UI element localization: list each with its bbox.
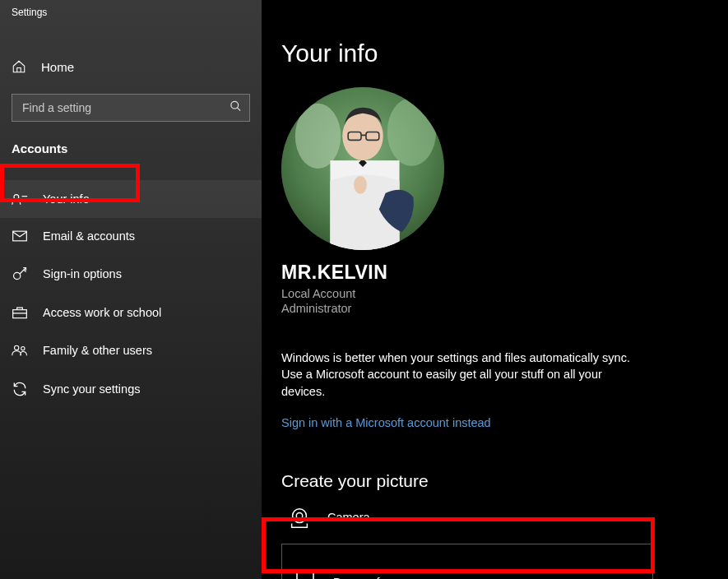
sync-description: Windows is better when your settings and… <box>281 350 647 400</box>
content-area: Your info MR.KELVIN Local Account Admini… <box>262 0 728 579</box>
camera-icon <box>286 504 313 530</box>
sync-icon <box>12 381 28 397</box>
nav-label: Email & accounts <box>43 229 135 243</box>
nav-family-other-users[interactable]: Family & other users <box>0 331 262 369</box>
camera-label: Camera <box>327 511 370 524</box>
svg-point-9 <box>21 347 25 350</box>
sidebar: Settings Home Accounts Your info Email &… <box>0 0 262 579</box>
nav-access-work-school[interactable]: Access work or school <box>0 294 262 331</box>
search-box <box>12 94 250 122</box>
camera-option[interactable]: Camera <box>281 491 728 544</box>
person-card-icon <box>12 192 28 206</box>
browse-option[interactable]: Browse for one <box>282 559 652 579</box>
account-type: Local Account <box>281 287 728 300</box>
svg-point-19 <box>293 509 307 523</box>
nav-list: Your info Email & accounts Sign-in optio… <box>0 180 262 409</box>
key-icon <box>12 266 28 282</box>
nav-sign-in-options[interactable]: Sign-in options <box>0 254 262 294</box>
nav-label: Sync your settings <box>43 382 140 396</box>
page-title: Your info <box>281 39 728 67</box>
svg-rect-5 <box>13 231 27 241</box>
account-role: Administrator <box>281 302 728 315</box>
browse-option-container: Browse for one <box>281 544 653 579</box>
home-link[interactable]: Home <box>0 49 262 84</box>
svg-point-11 <box>295 104 341 169</box>
nav-label: Your info <box>43 192 90 206</box>
nav-sync-settings[interactable]: Sync your settings <box>0 369 262 409</box>
people-icon <box>12 343 28 358</box>
svg-point-6 <box>14 272 21 279</box>
browse-icon <box>292 569 318 579</box>
svg-rect-7 <box>13 310 27 318</box>
svg-point-2 <box>14 195 19 200</box>
mail-icon <box>12 229 28 243</box>
sign-in-ms-link[interactable]: Sign in with a Microsoft account instead <box>281 416 491 429</box>
browse-label: Browse for one <box>333 576 414 579</box>
nav-label: Sign-in options <box>43 267 122 280</box>
section-header: Accounts <box>0 141 262 155</box>
window-title: Settings <box>0 0 262 25</box>
nav-label: Family & other users <box>43 344 152 357</box>
svg-point-8 <box>14 345 18 350</box>
nav-your-info[interactable]: Your info <box>0 180 262 218</box>
nav-label: Access work or school <box>43 306 161 319</box>
home-icon <box>12 59 26 74</box>
svg-rect-21 <box>297 572 313 579</box>
home-label: Home <box>41 60 74 74</box>
create-picture-heading: Create your picture <box>281 471 728 491</box>
svg-point-12 <box>387 98 436 166</box>
svg-point-20 <box>296 512 303 519</box>
username: MR.KELVIN <box>281 262 728 284</box>
search-input[interactable] <box>12 94 250 122</box>
svg-point-18 <box>354 176 367 194</box>
avatar <box>281 87 444 250</box>
briefcase-icon <box>12 305 28 320</box>
nav-email-accounts[interactable]: Email & accounts <box>0 218 262 254</box>
